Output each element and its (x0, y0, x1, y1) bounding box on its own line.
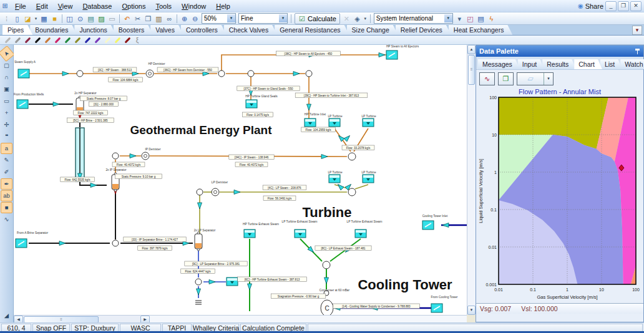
image-tool[interactable]: ▣ (1, 84, 12, 95)
plant-diagram[interactable]: C[3C] - HP Steam - 388.513[36C] - HP Ste… (14, 45, 467, 315)
pen-color-6[interactable] (62, 36, 72, 44)
paste-button[interactable]: ▥ (154, 14, 164, 24)
junction-node[interactable] (77, 70, 83, 77)
palette-tab-results[interactable]: Results (542, 59, 576, 69)
save-button[interactable]: ▦ (39, 14, 49, 24)
undo-button[interactable]: ↶ (122, 14, 132, 24)
boundary-node[interactable] (431, 304, 442, 312)
menu-database[interactable]: Database (77, 1, 117, 11)
tank-node[interactable] (329, 175, 340, 183)
junction-node[interactable] (323, 261, 330, 269)
tab-boundaries[interactable]: Boundaries (30, 25, 77, 35)
tab-overflow-button[interactable]: ▾ (632, 26, 642, 35)
palette-tab-messages[interactable]: Messages (478, 59, 520, 69)
print-preview-button[interactable]: ⊙ (75, 14, 85, 24)
pen-color-10[interactable] (102, 36, 112, 44)
tab-size-change[interactable]: Size Change (347, 25, 398, 35)
pen-color-5[interactable] (52, 36, 62, 44)
eraser-tool[interactable]: ✐ (1, 166, 12, 178)
copy-chart-button[interactable]: ❐ (498, 72, 514, 85)
menu-options[interactable]: Options (117, 1, 150, 11)
palette-tab-list[interactable]: List (600, 59, 622, 69)
demister-node[interactable] (212, 188, 219, 196)
tab-heat-exchangers[interactable]: Heat Exchangers (449, 25, 513, 35)
maximize-button[interactable]: ❐ (618, 1, 629, 11)
dropdown-arrow-icon[interactable]: ▾ (544, 73, 553, 85)
junction-node[interactable] (348, 188, 356, 196)
separator-vessel[interactable] (195, 232, 202, 251)
boundary-node[interactable] (386, 51, 398, 59)
report-button[interactable]: ◰ (465, 14, 476, 24)
tab-relief-devices[interactable]: Relief Devices (396, 25, 451, 35)
position-tool[interactable]: + (1, 107, 12, 118)
boundary-node[interactable] (422, 221, 434, 229)
tank-node[interactable] (227, 278, 238, 286)
unit-system-combo[interactable]: System International▾ (374, 13, 453, 24)
junction-node[interactable] (112, 153, 119, 159)
boundary-node[interactable] (18, 69, 29, 78)
combo-arrow-icon[interactable]: ▾ (279, 14, 287, 22)
detail-level-combo[interactable]: Fine▾ (238, 13, 288, 24)
pen-color-7[interactable] (72, 36, 82, 44)
pen-color-11[interactable] (112, 36, 122, 44)
chart-options-button[interactable]: ∿ (479, 72, 495, 85)
junction-node[interactable] (112, 240, 119, 246)
marquee-select-tool[interactable]: ▢ (1, 60, 12, 71)
junction-node[interactable] (306, 70, 312, 77)
share-label[interactable]: Share (585, 2, 603, 10)
zoom-level-combo[interactable]: 50%▾ (202, 13, 236, 24)
flow-pattern-dropdown[interactable]: ▱ ▾ (517, 72, 554, 85)
demister-node[interactable] (146, 70, 154, 77)
menu-tools[interactable]: Tools (150, 1, 177, 11)
tank-node[interactable] (355, 229, 366, 238)
tab-boosters[interactable]: Boosters (114, 25, 153, 35)
workspace-canvas[interactable]: C[3C] - HP Steam - 388.513[36C] - HP Ste… (14, 45, 467, 315)
tab-junctions[interactable]: Junctions (74, 25, 115, 35)
highlighter-tool[interactable]: ✒ (1, 178, 12, 190)
junction-node[interactable] (218, 70, 225, 77)
boundary-node[interactable] (16, 239, 27, 248)
callout-tool[interactable]: ❝ (1, 131, 12, 142)
toolbar-grip[interactable]: ⁞ (1, 14, 12, 24)
data-palette-titlebar[interactable]: Data Palette (476, 46, 643, 57)
pen-color-12[interactable] (122, 36, 132, 44)
condenser-node[interactable]: C (321, 300, 333, 315)
demister-node[interactable] (142, 152, 149, 160)
toolbox-corner[interactable]: ◢ (1, 310, 12, 321)
close-button[interactable]: ✕ (630, 1, 642, 11)
open-file-button-dropdown[interactable]: ▾ (33, 16, 39, 21)
tab-general-resistances[interactable]: General Resistances (275, 25, 349, 35)
menu-view[interactable]: View (53, 1, 78, 11)
menu-window[interactable]: Window (177, 1, 211, 11)
text-ab-tool[interactable]: ab (1, 190, 12, 201)
vertical-scroll-thumb[interactable]: ≡ (468, 55, 475, 85)
menu-file[interactable]: File (10, 1, 31, 11)
list-view-button[interactable]: ▤ (476, 14, 486, 24)
share-icon[interactable]: ◉ (578, 2, 583, 9)
pen-color-9[interactable] (92, 36, 102, 44)
cancel-run-button[interactable]: ✕ (341, 14, 352, 24)
flow-pattern-chart[interactable]: 0.010.11101001001010.10.010.001Gas Super… (477, 96, 642, 303)
tab-controllers[interactable]: Controllers (181, 25, 227, 35)
tank-node[interactable] (244, 229, 255, 238)
pen-color-4[interactable] (42, 36, 52, 44)
spring-annotation-tool[interactable]: ξ (132, 36, 142, 44)
zoom-out-button[interactable]: ⊖ (190, 14, 200, 24)
junction-node[interactable] (248, 70, 254, 77)
junction-node[interactable] (195, 279, 202, 285)
horizontal-scrollbar[interactable]: ◀ ≡ ▶ (14, 316, 150, 322)
junction-node[interactable] (197, 189, 203, 195)
text-a-tool[interactable]: a (1, 143, 12, 154)
tools-menu-button[interactable]: ◈ (352, 14, 363, 24)
tank-node[interactable] (363, 175, 374, 183)
tank-node[interactable] (363, 118, 374, 127)
palette-tab-input[interactable]: Input (518, 59, 544, 69)
palette-tab-chart[interactable]: Chart (574, 59, 602, 69)
palette-tab-watch[interactable]: Watch (620, 59, 644, 69)
tab-pipes[interactable]: Pipes (2, 25, 32, 35)
tab-check-valves[interactable]: Check Valves (224, 25, 277, 35)
calculate-button[interactable]: ☑Calculate (295, 13, 340, 24)
rectangle-tool[interactable]: ▭ (1, 95, 12, 107)
pen-color-1[interactable] (12, 36, 22, 44)
new-file-button[interactable]: ▯ (12, 14, 22, 24)
